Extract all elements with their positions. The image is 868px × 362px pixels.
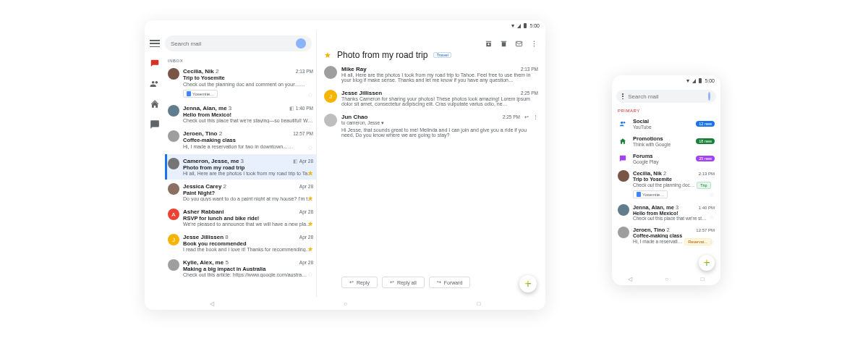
nav-back-icon[interactable]: ◁ xyxy=(210,300,214,307)
svg-point-5 xyxy=(624,122,626,124)
reply-all-button[interactable]: ↩Reply all xyxy=(382,277,425,288)
menu-button[interactable] xyxy=(622,93,624,99)
nav-back-icon[interactable]: ◁ xyxy=(628,276,632,282)
search-bar[interactable] xyxy=(165,35,312,51)
attachment-chip[interactable]: Yosemite… xyxy=(633,190,668,198)
star-icon[interactable]: ★ xyxy=(307,245,313,253)
search-input[interactable] xyxy=(171,41,292,47)
thread-star-icon[interactable]: ★ xyxy=(324,51,331,60)
mail-time: Apr 28 xyxy=(299,235,313,240)
sender-avatar xyxy=(618,204,629,216)
nav-home-icon[interactable]: ○ xyxy=(665,276,668,282)
mail-snippet: Check out the planning doc and comment o… xyxy=(183,81,313,88)
mail-subject: Hello from Mexico! xyxy=(183,111,313,118)
category-row[interactable]: PromotionsThink with Google 18 new xyxy=(612,132,720,150)
category-badge: 18 new xyxy=(696,138,715,144)
mail-item[interactable]: Cecilia, Nik 2 2:13 PM Trip to Yosemite … xyxy=(165,64,316,101)
star-icon[interactable]: ★ xyxy=(307,195,313,202)
star-icon[interactable]: ★ xyxy=(307,169,313,177)
delete-icon[interactable] xyxy=(500,38,508,46)
mail-snippet: Hi, I made a reservati…Reservat… xyxy=(633,238,715,245)
nav-recent-icon[interactable]: □ xyxy=(701,276,705,282)
star-icon[interactable]: ☆ xyxy=(307,144,313,151)
signal-icon xyxy=(692,79,696,83)
search-input[interactable] xyxy=(628,93,704,100)
account-avatar[interactable] xyxy=(296,38,306,49)
star-icon[interactable]: ★ xyxy=(307,220,313,227)
mail-item[interactable]: Jeroen, Tino 2 12:57 PM Coffee-making cl… xyxy=(165,127,316,154)
category-name: Promotions xyxy=(633,135,691,142)
reply-button[interactable]: ↩Reply xyxy=(341,277,378,288)
mail-item[interactable]: Jenna, Alan, me 3 1:40 PM Hello from Mex… xyxy=(612,201,720,224)
category-badge: 12 new xyxy=(696,121,715,127)
star-icon[interactable]: ☆ xyxy=(709,238,715,245)
star-icon[interactable]: ☆ xyxy=(307,271,313,278)
thread-label-chip[interactable]: Travel xyxy=(433,52,451,58)
rail-social[interactable] xyxy=(150,79,160,89)
archive-icon[interactable] xyxy=(485,38,493,46)
sender-avatar: J xyxy=(168,234,179,245)
nav-recent-icon[interactable]: □ xyxy=(477,300,480,307)
mail-item[interactable]: Jeroen, Tino 2 12:57 PM Coffee-making cl… xyxy=(612,224,720,248)
star-icon[interactable]: ☆ xyxy=(307,91,313,98)
signal-icon xyxy=(517,24,521,28)
rail-inbox[interactable] xyxy=(150,59,160,69)
star-icon[interactable]: ☆ xyxy=(307,117,313,124)
mail-item[interactable]: Jenna, Alan, me 3 ◧1:40 PM Hello from Me… xyxy=(165,101,316,127)
mail-item[interactable]: Cameron, Jesse, me 3 ◧Apr 28 Photo from … xyxy=(165,154,316,180)
doc-icon xyxy=(187,91,191,96)
thread-message[interactable]: J Jesse Jillissen 2:25 PM Thanks Cameron… xyxy=(324,90,538,106)
rail-forums[interactable] xyxy=(150,119,160,130)
svg-point-2 xyxy=(534,43,535,43)
mail-subject: Making a big impact in Australia xyxy=(183,266,313,272)
attachment-chip[interactable]: Yosemite… xyxy=(183,90,218,98)
mail-time: Apr 28 xyxy=(299,209,313,214)
wifi-icon: ▾ xyxy=(686,77,689,84)
thread-message[interactable]: Mike Ray 2:13 PM Hi all, Here are the ph… xyxy=(324,66,538,83)
sender-name: Jessica Carey 2 xyxy=(183,183,226,190)
msg-recipients[interactable]: to cameron, Jesse ▾ xyxy=(341,120,538,126)
mail-item[interactable]: A Asher Rabbani Apr 28 RSVP for lunch an… xyxy=(165,205,316,230)
rail-promotions[interactable] xyxy=(150,99,160,109)
mail-item[interactable]: Kylie, Alex, me 5 Apr 28 Making a big im… xyxy=(165,256,316,281)
menu-button[interactable] xyxy=(150,38,160,49)
forward-button[interactable]: ↪Forward xyxy=(429,277,471,288)
account-avatar[interactable] xyxy=(708,92,710,101)
sender-name: Cecilia, Nik 2 xyxy=(183,68,218,75)
phone-navbar: ◁ ○ □ xyxy=(612,272,720,285)
category-row[interactable]: SocialYouTube 12 new xyxy=(612,115,720,132)
primary-tab-label: PRIMARY xyxy=(612,106,720,115)
msg-reply-icon[interactable]: ↩ xyxy=(524,114,529,120)
phone-statusbar: ▾ 5:00 xyxy=(612,75,720,86)
compose-fab[interactable]: + xyxy=(699,255,715,271)
sender-name: Jenna, Alan, me 3 xyxy=(633,204,678,211)
mail-subject: Paint Night? xyxy=(183,190,313,196)
thread-message[interactable]: Jun Chao 2:25 PM ↩⋮ to cameron, Jesse ▾ … xyxy=(324,114,538,138)
sender-name: Asher Rabbani xyxy=(183,209,224,215)
category-icon xyxy=(618,119,628,129)
sender-name: Jeroen, Tino 2 xyxy=(633,227,670,233)
mail-subject: Hello from Mexico! xyxy=(633,211,715,216)
mail-list: Cecilia, Nik 2 2:13 PM Trip to Yosemite … xyxy=(165,64,316,297)
mail-time: Apr 28 xyxy=(299,184,313,189)
msg-sender: Jesse Jillissen xyxy=(341,90,382,96)
mail-item[interactable]: J Jesse Jillissen 8 Apr 28 Book you reco… xyxy=(165,230,316,256)
nav-home-icon[interactable]: ○ xyxy=(344,300,347,307)
mail-item[interactable]: Jessica Carey 2 Apr 28 Paint Night? Do y… xyxy=(165,180,316,205)
mail-list-column: INBOX Cecilia, Nik 2 2:13 PM Trip to Yos… xyxy=(165,31,317,297)
more-icon[interactable] xyxy=(530,38,538,46)
mail-item[interactable]: Cecilia, Nik 2 2:13 PM Trip to Yosemite … xyxy=(612,167,720,201)
category-icon xyxy=(618,153,628,164)
nav-rail xyxy=(145,31,165,297)
mark-unread-icon[interactable] xyxy=(515,38,523,46)
category-row[interactable]: ForumsGoogle Play 25 new xyxy=(612,150,720,167)
star-icon[interactable]: ☆ xyxy=(709,191,715,198)
mail-subject: Trip to Yosemite xyxy=(633,177,715,182)
sender-name: Jenna, Alan, me 3 xyxy=(183,105,231,111)
msg-sender: Jun Chao xyxy=(341,114,367,120)
sender-avatar xyxy=(618,170,629,182)
star-icon[interactable]: ☆ xyxy=(709,214,715,221)
phone-search-bar[interactable] xyxy=(616,90,716,103)
category-name: Forums xyxy=(633,153,691,159)
msg-more-icon[interactable]: ⋮ xyxy=(533,114,538,120)
